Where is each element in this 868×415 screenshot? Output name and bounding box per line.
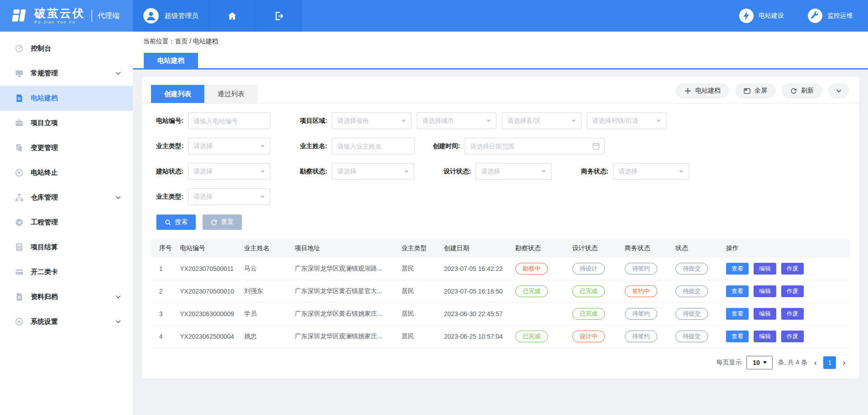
- user-menu[interactable]: 超级管理员: [133, 0, 209, 32]
- sidebar-item-regular-mgmt[interactable]: 常规管理: [0, 61, 133, 86]
- survey-status-select[interactable]: 请选择: [332, 163, 414, 180]
- actions-cell: 查看编辑作废: [722, 280, 850, 303]
- edit-button[interactable]: 编辑: [754, 285, 776, 297]
- void-button[interactable]: 作废: [781, 285, 804, 297]
- col-created: 创建日期: [440, 239, 512, 257]
- dashboard-icon: [14, 44, 24, 53]
- page-number-current[interactable]: 1: [823, 356, 836, 369]
- status-pill: 待提交: [675, 308, 708, 320]
- status-pill: 待提交: [675, 331, 708, 342]
- view-button[interactable]: 查看: [726, 331, 749, 342]
- sidebar-item-label: 变更管理: [31, 144, 58, 152]
- logout-button[interactable]: [255, 0, 302, 32]
- sidebar-item-label: 常规管理: [31, 69, 58, 78]
- filter-panel: 电站编号: 项目区域: 请选择省份 请选择城市: [142, 103, 859, 205]
- view-button[interactable]: 查看: [726, 285, 749, 297]
- target-icon: [14, 168, 24, 177]
- briefcase-icon: [14, 119, 24, 127]
- design-status-cell: 已完成: [569, 280, 621, 303]
- reset-button[interactable]: 重置: [203, 214, 242, 230]
- survey-status-cell: [512, 303, 569, 325]
- actions-cell: 查看编辑作废: [722, 303, 850, 325]
- pagination: 每页显示 10 条, 共 4 条 ‹ 1 ›: [142, 348, 859, 369]
- design-status-select[interactable]: 请选择: [476, 163, 552, 180]
- monitor-ops-nav[interactable]: 监控运维: [807, 8, 853, 23]
- business-status-label: 商务状态:: [572, 168, 609, 176]
- survey-status-cell: 已完成: [512, 325, 569, 348]
- sidebar-item-archive[interactable]: 资料归档: [0, 284, 133, 309]
- breadcrumb-path[interactable]: 首页 / 电站建档: [175, 37, 218, 46]
- build-status-label: 建站状态:: [147, 168, 184, 176]
- sidebar-item-label: 控制台: [31, 44, 51, 53]
- per-page-select[interactable]: 10: [746, 356, 773, 369]
- sidebar-item-station-file[interactable]: 电站建档: [0, 86, 133, 111]
- refresh-button[interactable]: 刷新: [782, 83, 822, 98]
- sidebar-item-project-init[interactable]: 项目立项: [0, 111, 133, 135]
- edit-button[interactable]: 编辑: [754, 263, 776, 275]
- view-button[interactable]: 查看: [726, 263, 749, 275]
- owner-type-label: 业主类型:: [147, 142, 184, 150]
- caret-down-icon: [656, 120, 661, 122]
- sidebar-item-console[interactable]: 控制台: [0, 36, 133, 61]
- archive-icon: [14, 293, 24, 301]
- city-select[interactable]: 请选择城市: [417, 112, 496, 129]
- status-pill: 待提交: [675, 285, 708, 297]
- col-design: 设计状态: [569, 239, 621, 257]
- business-status-select[interactable]: 请选择: [613, 163, 689, 180]
- pages-icon: [14, 144, 24, 152]
- collapse-panel-button[interactable]: [828, 83, 849, 98]
- sidebar-item-project-mgmt[interactable]: 工程管理: [0, 210, 133, 235]
- sidebar-item-settlement[interactable]: 项目结算: [0, 235, 133, 260]
- sidebar-item-label: 项目结算: [31, 243, 58, 252]
- created-date-cell: 2023-06-25 10:57:04: [440, 325, 512, 348]
- table-row: 4YX2023062500004姚忠广东深圳龙华区观澜镇姚家庄...居民2023…: [151, 325, 850, 348]
- tab-create-list[interactable]: 创建列表: [151, 85, 204, 103]
- address-cell: 广东深圳龙华区观澜镇姚家庄...: [291, 325, 398, 348]
- province-select[interactable]: 请选择省份: [332, 112, 411, 129]
- town-select[interactable]: 请选择村镇/街道: [587, 112, 666, 129]
- created-date-cell: 2023-07-05 16:18:50: [440, 280, 512, 303]
- view-button[interactable]: 查看: [726, 308, 749, 320]
- prev-page-button[interactable]: ‹: [812, 358, 819, 368]
- build-status-select[interactable]: 请选择: [188, 163, 270, 180]
- void-button[interactable]: 作废: [781, 308, 804, 320]
- new-station-button[interactable]: 电站建档: [676, 83, 729, 98]
- sidebar-item-label: 资料归档: [31, 293, 58, 301]
- sidebar-item-station-stop[interactable]: 电站终止: [0, 160, 133, 185]
- search-button[interactable]: 搜索: [156, 214, 196, 230]
- col-station-no: 电站编号: [176, 239, 241, 257]
- design-status-cell: 待设计: [569, 257, 621, 280]
- void-button[interactable]: 作废: [781, 263, 804, 275]
- sidebar-item-settings[interactable]: 系统设置: [0, 309, 133, 334]
- table-row: 1YX2023070500011马云广东深圳龙华区观澜镇观湖路...居民2023…: [151, 257, 850, 280]
- chevron-down-icon: [115, 294, 121, 300]
- col-address: 项目地址: [291, 239, 398, 257]
- page-tab-station-file[interactable]: 电站建档: [144, 53, 198, 68]
- breadcrumb: 当前位置： 首页 / 电站建档: [133, 32, 868, 51]
- void-button[interactable]: 作废: [781, 331, 804, 342]
- fullscreen-button[interactable]: 全屏: [735, 83, 776, 98]
- tab-passed-list[interactable]: 通过列表: [204, 85, 258, 103]
- col-status: 状态: [672, 239, 722, 257]
- status-pill: 待提交: [675, 263, 708, 275]
- station-no-input[interactable]: [188, 112, 270, 129]
- owner-type-select[interactable]: 请选择: [188, 138, 270, 154]
- sidebar-item-change-mgmt[interactable]: 变更管理: [0, 135, 133, 160]
- owner-type-cell: 居民: [398, 257, 440, 280]
- next-page-button[interactable]: ›: [841, 358, 847, 368]
- status-cell: 待提交: [672, 303, 722, 325]
- owner-type2-select[interactable]: 请选择: [188, 188, 270, 205]
- owner-type-cell: 居民: [398, 280, 440, 303]
- owner-name-input[interactable]: [332, 138, 415, 154]
- date-range-input[interactable]: [465, 138, 605, 154]
- home-button[interactable]: [209, 0, 255, 32]
- station-build-nav[interactable]: 电站建设: [739, 8, 784, 23]
- edit-button[interactable]: 编辑: [754, 308, 776, 320]
- status-pill: 签约中: [625, 285, 657, 297]
- county-select[interactable]: 请选择县/区: [502, 112, 581, 129]
- station-no-cell: YX2023062500004: [176, 325, 241, 348]
- sidebar-item-warehouse-mgmt[interactable]: 仓库管理: [0, 185, 133, 210]
- edit-button[interactable]: 编辑: [754, 331, 776, 342]
- sidebar-item-type2-card[interactable]: 开二类卡: [0, 260, 133, 284]
- caret-down-icon: [763, 361, 767, 364]
